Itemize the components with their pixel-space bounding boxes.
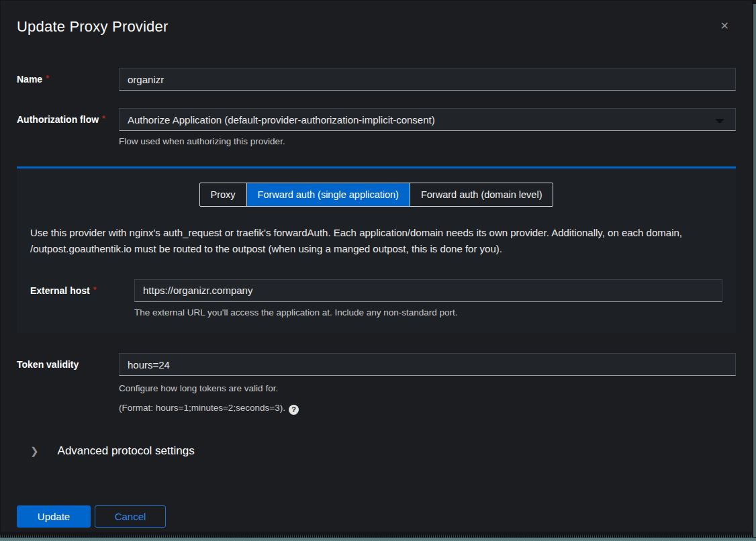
token-validity-row: Token validity Configure how long tokens… — [17, 353, 736, 415]
chevron-down-icon — [715, 119, 724, 124]
external-host-label: External host* — [30, 279, 134, 296]
token-validity-help-line2: (Format: hours=1;minutes=2;seconds=3).? — [119, 401, 736, 415]
required-asterisk: * — [93, 285, 97, 295]
required-asterisk: * — [102, 114, 105, 124]
mode-description: Use this provider with nginx's auth_requ… — [30, 225, 708, 257]
token-validity-help-line1: Configure how long tokens are valid for. — [119, 382, 736, 395]
name-input[interactable] — [119, 68, 736, 91]
tab-forward-auth-single-application[interactable]: Forward auth (single application) — [246, 183, 410, 206]
authorization-flow-selected-value: Authorize Application (default-provider-… — [128, 114, 435, 126]
modal-actions: Update Cancel — [17, 505, 736, 528]
chevron-right-icon: ❯ — [30, 445, 39, 457]
name-row: Name* — [17, 68, 736, 91]
provider-form: Name* Authorization flow* Authorize Appl… — [17, 68, 736, 528]
tab-proxy[interactable]: Proxy — [200, 183, 246, 206]
tab-forward-auth-domain-level[interactable]: Forward auth (domain level) — [410, 183, 553, 206]
close-icon[interactable]: ✕ — [720, 21, 729, 32]
proxy-mode-card: Proxy Forward auth (single application) … — [17, 166, 736, 334]
help-icon[interactable]: ? — [289, 405, 299, 415]
window-bottom-edge — [0, 538, 756, 541]
authorization-flow-row: Authorization flow* Authorize Applicatio… — [17, 108, 736, 148]
advanced-protocol-settings-label: Advanced protocol settings — [58, 444, 195, 458]
advanced-protocol-settings-toggle[interactable]: ❯ Advanced protocol settings — [17, 444, 195, 458]
authorization-flow-help: Flow used when authorizing this provider… — [119, 135, 736, 148]
update-button[interactable]: Update — [17, 505, 91, 528]
update-proxy-provider-modal: Update Proxy Provider ✕ Name* Authorizat… — [1, 1, 752, 532]
token-validity-label: Token validity — [17, 353, 119, 370]
token-validity-input[interactable] — [119, 353, 736, 376]
authorization-flow-label: Authorization flow* — [17, 108, 119, 125]
name-label: Name* — [17, 68, 119, 85]
required-asterisk: * — [46, 74, 49, 83]
modal-title: Update Proxy Provider — [17, 18, 736, 36]
external-host-help: The external URL you'll access the appli… — [134, 306, 722, 319]
proxy-mode-tab-group: Proxy Forward auth (single application) … — [199, 183, 554, 207]
cancel-button[interactable]: Cancel — [95, 505, 166, 528]
external-host-row: External host* The external URL you'll a… — [30, 279, 722, 319]
window-right-edge — [753, 4, 756, 537]
external-host-input[interactable] — [134, 279, 722, 302]
authorization-flow-select[interactable]: Authorize Application (default-provider-… — [119, 108, 736, 131]
